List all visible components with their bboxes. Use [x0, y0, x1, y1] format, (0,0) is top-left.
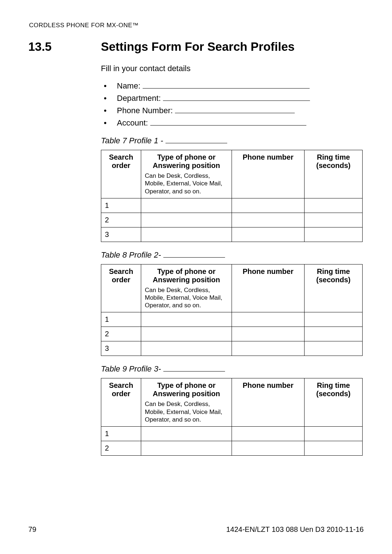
cell-type[interactable] — [141, 198, 232, 213]
col-type-main: Type of phone or Answering position — [153, 267, 220, 284]
section-number: 13.5 — [28, 40, 101, 54]
cell-type[interactable] — [141, 427, 232, 441]
form-label: Department: — [117, 94, 161, 103]
form-field-phone: Phone Number: — [101, 104, 364, 117]
caption-text: Table 9 Profile 3- — [101, 364, 163, 373]
body-column: Fill in your contact details Name: Depar… — [101, 64, 364, 456]
cell-phone[interactable] — [232, 427, 305, 441]
form-label: Account: — [117, 118, 148, 127]
cell-type[interactable] — [141, 341, 232, 356]
form-label: Phone Number: — [117, 106, 173, 115]
cell-order: 1 — [101, 312, 141, 327]
table-header-row: Search order Type of phone or Answering … — [101, 264, 363, 312]
table-header-row: Search order Type of phone or Answering … — [101, 150, 363, 198]
cell-type[interactable] — [141, 441, 232, 456]
table8-caption: Table 8 Profile 2- — [101, 250, 364, 260]
cell-order: 2 — [101, 213, 141, 227]
table-row: 3 — [101, 227, 363, 242]
cell-phone[interactable] — [232, 441, 305, 456]
form-field-name: Name: — [101, 80, 364, 92]
form-label: Name: — [117, 81, 140, 90]
page-number: 79 — [28, 525, 36, 534]
col-ring-time: Ring time (seconds) — [305, 264, 363, 312]
cell-type[interactable] — [141, 213, 232, 227]
blank-line[interactable] — [143, 81, 310, 89]
cell-ring[interactable] — [305, 213, 363, 227]
col-type: Type of phone or Answering position Can … — [141, 378, 232, 427]
cell-ring[interactable] — [305, 312, 363, 327]
cell-type[interactable] — [141, 227, 232, 242]
col-ring-time: Ring time (seconds) — [305, 150, 363, 198]
profile-table-3: Search order Type of phone or Answering … — [101, 378, 363, 456]
blank-line[interactable] — [175, 106, 295, 113]
col-type-main: Type of phone or Answering position — [153, 153, 220, 169]
cell-ring[interactable] — [305, 341, 363, 356]
blank-line[interactable] — [150, 118, 306, 126]
form-field-account: Account: — [101, 117, 364, 129]
cell-phone[interactable] — [232, 312, 305, 327]
cell-order: 3 — [101, 341, 141, 356]
caption-text: Table 7 Profile 1 - — [101, 136, 166, 145]
table-header-row: Search order Type of phone or Answering … — [101, 378, 363, 427]
cell-phone[interactable] — [232, 227, 305, 242]
table7-caption: Table 7 Profile 1 - — [101, 136, 364, 145]
cell-ring[interactable] — [305, 198, 363, 213]
col-phone-number: Phone number — [232, 264, 305, 312]
col-phone-number: Phone number — [232, 378, 305, 427]
cell-ring[interactable] — [305, 441, 363, 456]
running-header: CORDLESS PHONE FOR MX-ONE™ — [29, 22, 364, 29]
table-row: 2 — [101, 213, 363, 227]
blank-line[interactable] — [166, 136, 227, 143]
contact-form-list: Name: Department: Phone Number: Account: — [101, 80, 364, 129]
cell-order: 3 — [101, 227, 141, 242]
cell-order: 1 — [101, 198, 141, 213]
section-heading: 13.5 Settings Form For Search Profiles — [28, 40, 364, 54]
col-search-order: Search order — [101, 264, 141, 312]
cell-ring[interactable] — [305, 327, 363, 341]
cell-phone[interactable] — [232, 198, 305, 213]
col-phone-number: Phone number — [232, 150, 305, 198]
profile-table-2: Search order Type of phone or Answering … — [101, 264, 363, 356]
page-footer: 79 1424-EN/LZT 103 088 Uen D3 2010-11-16 — [28, 525, 364, 534]
table-row: 2 — [101, 327, 363, 341]
table9-caption: Table 9 Profile 3- — [101, 364, 364, 374]
col-type-sub: Can be Desk, Cordless, Mobile, External,… — [145, 286, 228, 309]
cell-order: 2 — [101, 441, 141, 456]
cell-phone[interactable] — [232, 327, 305, 341]
blank-line[interactable] — [163, 250, 225, 258]
cell-order: 2 — [101, 327, 141, 341]
col-type: Type of phone or Answering position Can … — [141, 264, 232, 312]
page: CORDLESS PHONE FOR MX-ONE™ 13.5 Settings… — [0, 0, 392, 554]
col-type: Type of phone or Answering position Can … — [141, 150, 232, 198]
cell-type[interactable] — [141, 327, 232, 341]
cell-ring[interactable] — [305, 427, 363, 441]
table-row: 3 — [101, 341, 363, 356]
table-row: 1 — [101, 198, 363, 213]
form-field-department: Department: — [101, 92, 364, 104]
col-type-sub: Can be Desk, Cordless, Mobile, External,… — [145, 400, 228, 423]
section-title: Settings Form For Search Profiles — [101, 40, 295, 54]
cell-ring[interactable] — [305, 227, 363, 242]
intro-text: Fill in your contact details — [101, 64, 364, 73]
cell-order: 1 — [101, 427, 141, 441]
profile-table-1: Search order Type of phone or Answering … — [101, 150, 363, 242]
caption-text: Table 8 Profile 2- — [101, 250, 163, 259]
col-ring-time: Ring time (seconds) — [305, 378, 363, 427]
col-type-sub: Can be Desk, Cordless, Mobile, External,… — [145, 172, 228, 195]
col-type-main: Type of phone or Answering position — [153, 381, 220, 398]
cell-type[interactable] — [141, 312, 232, 327]
table-row: 1 — [101, 427, 363, 441]
table-row: 2 — [101, 441, 363, 456]
doc-id: 1424-EN/LZT 103 088 Uen D3 2010-11-16 — [226, 525, 364, 534]
cell-phone[interactable] — [232, 341, 305, 356]
col-search-order: Search order — [101, 150, 141, 198]
col-search-order: Search order — [101, 378, 141, 427]
blank-line[interactable] — [163, 93, 310, 101]
cell-phone[interactable] — [232, 213, 305, 227]
table-row: 1 — [101, 312, 363, 327]
blank-line[interactable] — [163, 364, 225, 372]
